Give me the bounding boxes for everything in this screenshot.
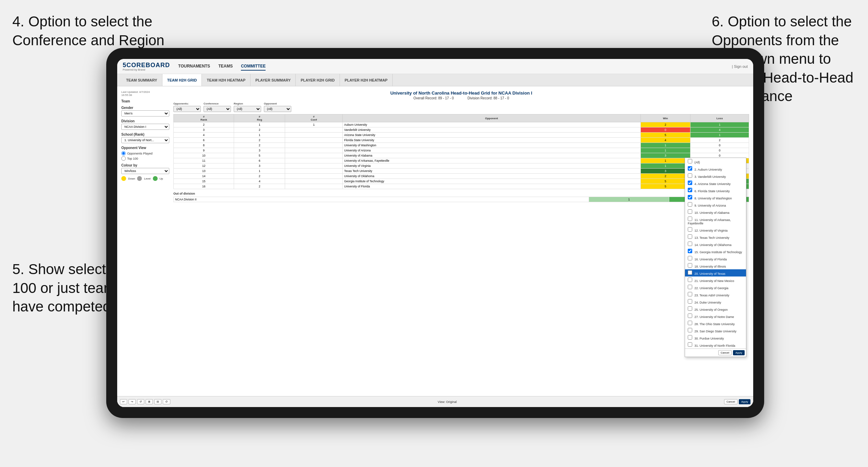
dropdown-item[interactable]: 12. University of Virginia — [685, 226, 746, 233]
redo-button[interactable]: ↪ — [129, 399, 136, 404]
cell-win: 5 — [640, 184, 690, 189]
subnav-team-h2h-heatmap[interactable]: TEAM H2H HEATMAP — [202, 74, 250, 86]
opponents-select[interactable]: (All) — [173, 106, 201, 112]
conference-filter: Conference (All) — [204, 102, 231, 112]
paste-button[interactable]: ⊟ — [154, 399, 161, 404]
table-row: 16 2 University of Florida 5 1 — [174, 184, 749, 189]
dropdown-item[interactable]: 24. Duke University — [685, 298, 746, 305]
dropdown-item[interactable]: 11. University of Arkansas, Fayetteville — [685, 216, 746, 226]
dropdown-item[interactable]: 4. Arizona State University — [685, 180, 746, 187]
cell-win: 1 — [640, 148, 690, 153]
cell-loss: 1 — [690, 133, 749, 138]
dot-up — [153, 176, 158, 181]
dropdown-item[interactable]: (All) — [685, 158, 746, 165]
gender-select[interactable]: Men's — [121, 110, 169, 116]
dropdown-item[interactable]: 8. University of Washington — [685, 194, 746, 201]
division-select[interactable]: NCAA Division I — [121, 124, 169, 130]
nav-teams[interactable]: TEAMS — [218, 62, 233, 71]
dropdown-item[interactable]: 15. Georgia Institute of Technology — [685, 248, 746, 255]
dropdown-item[interactable]: 20. University of Texas — [685, 269, 746, 276]
cell-opponent: Auburn University — [343, 122, 640, 127]
radio-opponents-played[interactable]: Opponents Played — [121, 151, 169, 156]
subnav-team-summary[interactable]: TEAM SUMMARY — [121, 74, 162, 86]
cell-opponent: Texas Tech University — [343, 169, 640, 174]
table-scroll[interactable]: #Rank #Reg #Conf Opponent Win Loss 2 — [173, 114, 749, 202]
cell-rank: 13 — [174, 169, 234, 174]
subnav-player-summary[interactable]: PLAYER SUMMARY — [250, 74, 296, 86]
cell-conf — [285, 133, 343, 138]
table-row: 10 5 University of Alabama 3 0 — [174, 153, 749, 158]
left-panel: Last Updated: 4/7/2024 16:55:38 Team Gen… — [121, 90, 169, 392]
dropdown-item[interactable]: 9. University of Arizona — [685, 201, 746, 208]
cell-loss: 1 — [690, 122, 749, 127]
dropdown-item[interactable]: 3. Vanderbilt University — [685, 172, 746, 180]
cell-rank: 12 — [174, 163, 234, 169]
sign-out[interactable]: | Sign out — [732, 64, 748, 69]
cell-reg: 5 — [234, 153, 285, 158]
ood-division: NCAA Division II — [174, 197, 589, 202]
cell-reg: 4 — [234, 179, 285, 184]
dropdown-item[interactable]: 25. University of Oregon — [685, 305, 746, 312]
cell-reg: 1 — [234, 122, 285, 127]
view-label: View: Original — [438, 400, 456, 404]
school-select[interactable]: 1. University of Nort... — [121, 137, 169, 143]
dropdown-item[interactable]: 16. University of Florida — [685, 255, 746, 262]
subnav-team-h2h-grid[interactable]: TEAM H2H GRID — [162, 74, 202, 86]
cell-win: 5 — [640, 179, 690, 184]
dropdown-item[interactable]: 30. Purdue University — [685, 334, 746, 341]
opponent-select[interactable]: (All) — [264, 106, 291, 112]
grid-title: University of North Carolina Head-to-Hea… — [173, 90, 749, 96]
col-opponent: Opponent — [343, 114, 640, 122]
dropdown-item[interactable]: 6. Florida State University — [685, 187, 746, 194]
cell-loss: 0 — [690, 143, 749, 148]
colour-by-select[interactable]: Win/loss — [121, 168, 169, 174]
conference-select[interactable]: (All) — [204, 106, 231, 112]
nav-tournaments[interactable]: TOURNAMENTS — [178, 62, 210, 71]
region-select[interactable]: (All) — [234, 106, 261, 112]
undo-button[interactable]: ↩ — [120, 399, 127, 404]
table-row: 13 1 Texas Tech University 3 0 — [174, 169, 749, 174]
cell-conf — [285, 184, 343, 189]
cell-conf — [285, 127, 343, 133]
apply-button[interactable]: Apply — [739, 399, 750, 404]
cell-conf — [285, 169, 343, 174]
dropdown-item[interactable]: 13. Texas Tech University — [685, 233, 746, 241]
cell-reg: 3 — [234, 148, 285, 153]
nav-committee[interactable]: COMMITTEE — [241, 62, 266, 71]
dropdown-item[interactable]: 14. University of Oklahoma — [685, 241, 746, 248]
clock-button[interactable]: ⏱ — [163, 399, 170, 404]
cell-conf — [285, 179, 343, 184]
cell-loss: 4 — [690, 127, 749, 133]
cell-rank: 8 — [174, 143, 234, 148]
dropdown-item[interactable]: 10. University of Alabama — [685, 208, 746, 216]
reset-button[interactable]: ↺ — [137, 399, 144, 404]
dot-down — [121, 176, 126, 181]
cell-reg: 2 — [234, 143, 285, 148]
dropdown-cancel[interactable]: Cancel — [718, 350, 732, 355]
cell-reg: 2 — [234, 127, 285, 133]
cancel-button[interactable]: Cancel — [724, 399, 737, 404]
cell-rank: 4 — [174, 133, 234, 138]
dropdown-item[interactable]: 29. San Diego State University — [685, 327, 746, 334]
dropdown-item[interactable]: 28. The Ohio State University — [685, 320, 746, 327]
dropdown-item[interactable]: 31. University of North Florida — [685, 341, 746, 348]
cell-conf — [285, 163, 343, 169]
dropdown-item[interactable]: 2. Auburn University — [685, 165, 746, 172]
subnav-player-h2h-grid[interactable]: PLAYER H2H GRID — [296, 74, 340, 86]
radio-top100[interactable]: Top 100 — [121, 156, 169, 161]
dropdown-item[interactable]: 18. University of Illinois — [685, 262, 746, 269]
opponent-dropdown[interactable]: (All) 2. Auburn University 3. Vanderbilt… — [685, 158, 746, 357]
dropdown-item[interactable]: 22. University of Georgia — [685, 284, 746, 291]
dropdown-item[interactable]: 27. University of Notre Dame — [685, 312, 746, 320]
copy-button[interactable]: ⊞ — [146, 399, 153, 404]
table-row: 2 1 1 Auburn University 2 1 — [174, 122, 749, 127]
tablet-screen: 5COREBOARD Powered by Brand TOURNAMENTS … — [117, 59, 753, 407]
annotation-1: 4. Option to select the Conference and R… — [12, 12, 177, 50]
ood-win: 1 — [589, 197, 669, 202]
school-label: School (Rank) — [121, 133, 169, 136]
cell-opponent: University of Oklahoma — [343, 174, 640, 179]
subnav-player-h2h-heatmap[interactable]: PLAYER H2H HEATMAP — [340, 74, 393, 86]
dropdown-item[interactable]: 23. Texas A&M University — [685, 291, 746, 298]
dropdown-item[interactable]: 21. University of New Mexico — [685, 276, 746, 284]
dropdown-apply[interactable]: Apply — [733, 350, 745, 355]
